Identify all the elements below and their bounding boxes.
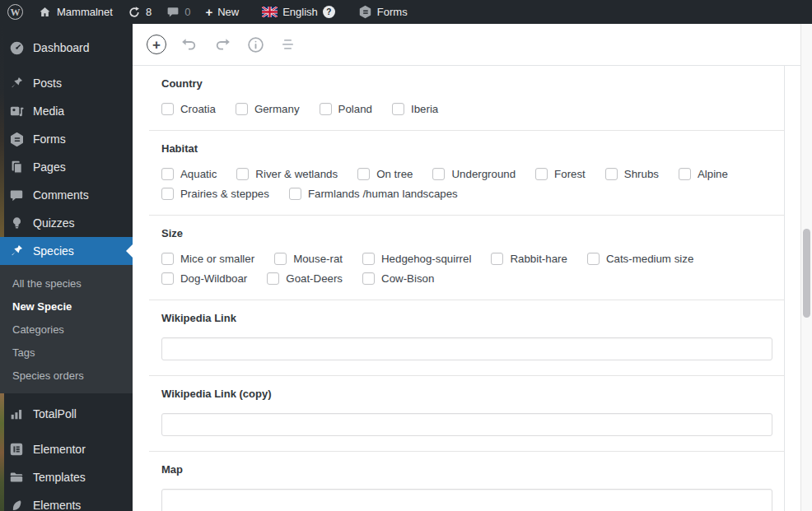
- forms-label: Forms: [377, 6, 408, 18]
- checkbox-group-habitat: AquaticRiver & wetlandsOn treeUndergroun…: [161, 168, 772, 200]
- checkbox-option[interactable]: Mice or smaller: [161, 253, 254, 265]
- checkbox-option[interactable]: Dog-Wildboar: [161, 272, 247, 285]
- sidebar-item-label: Elements: [33, 499, 81, 511]
- checkbox-option[interactable]: Poland: [320, 103, 372, 115]
- language-menu[interactable]: English ?: [254, 0, 343, 24]
- forms-menu[interactable]: Forms: [351, 0, 415, 24]
- checkbox[interactable]: [289, 188, 301, 200]
- sidebar-item-templates[interactable]: Templates: [0, 463, 133, 491]
- sidebar-item-forms[interactable]: Forms: [0, 125, 133, 153]
- undo-button[interactable]: [178, 33, 201, 56]
- sidebar-item-dashboard[interactable]: Dashboard: [0, 34, 133, 62]
- checkbox-option[interactable]: Forest: [535, 168, 586, 180]
- plus-circle-icon: +: [147, 35, 166, 54]
- checkbox-option[interactable]: Goat-Deers: [267, 272, 343, 285]
- checkbox-label: Croatia: [180, 103, 216, 115]
- comments-menu[interactable]: 0: [159, 0, 198, 24]
- checkbox-option[interactable]: Cow-Bison: [362, 272, 434, 285]
- checkbox-label: Rabbit-hare: [510, 253, 567, 265]
- checkbox-label: Poland: [338, 103, 372, 115]
- checkbox-option[interactable]: Alpine: [679, 168, 728, 180]
- checkbox[interactable]: [267, 272, 279, 285]
- sidebar-item-label: Posts: [33, 77, 62, 90]
- checkbox[interactable]: [161, 103, 174, 115]
- checkbox-option[interactable]: Germany: [236, 103, 300, 115]
- checkbox[interactable]: [679, 168, 691, 180]
- checkbox-option[interactable]: Cats-medium size: [587, 253, 693, 265]
- wikipedia-link-copy-input[interactable]: [161, 413, 772, 436]
- updates-icon: [128, 6, 141, 19]
- checkbox-option[interactable]: Shrubs: [605, 168, 659, 180]
- dashboard-icon: [8, 39, 25, 56]
- sidebar-item-pages[interactable]: Pages: [0, 153, 133, 181]
- field-section-habitat: Habitat AquaticRiver & wetlandsOn treeUn…: [149, 131, 784, 215]
- checkbox[interactable]: [161, 188, 174, 200]
- checkbox-option[interactable]: Croatia: [161, 103, 216, 115]
- checkbox[interactable]: [236, 168, 249, 180]
- sidebar-item-label: Elementor: [33, 443, 86, 456]
- checkbox-option[interactable]: Farmlands /human landscapes: [289, 188, 458, 200]
- sidebar-item-quizzes[interactable]: Quizzes: [0, 209, 133, 237]
- species-form: Country CroatiaGermanyPolandIberia Habit…: [149, 66, 785, 511]
- sidebar-item-posts[interactable]: Posts: [0, 69, 133, 97]
- checkbox-option[interactable]: Aquatic: [161, 168, 217, 180]
- checkbox[interactable]: [320, 103, 332, 115]
- checkbox[interactable]: [432, 168, 445, 180]
- submenu-item-categories[interactable]: Categories: [0, 318, 133, 341]
- updates-menu[interactable]: 8: [120, 0, 159, 24]
- sidebar-item-comments[interactable]: Comments: [0, 181, 133, 209]
- checkbox-option[interactable]: Rabbit-hare: [491, 253, 567, 265]
- list-view-button[interactable]: [277, 33, 300, 56]
- redo-button[interactable]: [211, 33, 234, 56]
- field-section-country: Country CroatiaGermanyPolandIberia: [149, 66, 784, 130]
- sidebar-item-elementor[interactable]: Elementor: [0, 435, 133, 463]
- checkbox-option[interactable]: Mouse-rat: [274, 253, 343, 265]
- checkbox[interactable]: [605, 168, 618, 180]
- block-inserter-button[interactable]: +: [145, 33, 168, 56]
- species-submenu: All the species New Specie Categories Ta…: [0, 265, 133, 393]
- sidebar-item-elements[interactable]: Elements: [0, 491, 133, 511]
- wikipedia-link-input[interactable]: [161, 337, 772, 360]
- sidebar-item-species[interactable]: Species: [0, 237, 133, 265]
- submenu-item-tags[interactable]: Tags: [0, 341, 133, 364]
- checkbox-option[interactable]: Underground: [432, 168, 516, 180]
- checkbox[interactable]: [362, 253, 375, 265]
- checkbox[interactable]: [274, 253, 287, 265]
- checkbox[interactable]: [161, 272, 174, 285]
- help-badge-icon: ?: [323, 6, 335, 18]
- checkbox[interactable]: [161, 168, 174, 180]
- checkbox[interactable]: [392, 103, 404, 115]
- comments-icon: [8, 187, 25, 203]
- map-input[interactable]: [161, 489, 772, 511]
- checkbox[interactable]: [236, 103, 248, 115]
- sidebar-item-media[interactable]: Media: [0, 97, 133, 125]
- submenu-item-species-orders[interactable]: Species orders: [0, 364, 133, 387]
- site-name-menu[interactable]: Mammalnet: [30, 0, 120, 24]
- forms-icon: [8, 131, 25, 147]
- info-icon: [247, 36, 264, 53]
- sidebar-item-totalpoll[interactable]: TotalPoll: [0, 400, 133, 428]
- checkbox[interactable]: [357, 168, 370, 180]
- checkbox-label: Cow-Bison: [381, 272, 434, 285]
- checkbox[interactable]: [161, 253, 174, 265]
- checkbox-option[interactable]: Iberia: [392, 103, 438, 115]
- checkbox-option[interactable]: On tree: [357, 168, 413, 180]
- submenu-item-all-the-species[interactable]: All the species: [0, 272, 133, 295]
- checkbox[interactable]: [535, 168, 548, 180]
- field-label-wikipedia-link: Wikipedia Link: [161, 312, 772, 324]
- field-section-size: Size Mice or smallerMouse-ratHedgehog-sq…: [149, 216, 784, 300]
- submenu-item-new-specie[interactable]: New Specie: [0, 295, 133, 318]
- info-button[interactable]: [244, 33, 267, 56]
- wordpress-logo-menu[interactable]: W: [0, 0, 30, 24]
- checkbox[interactable]: [362, 272, 375, 285]
- new-content-menu[interactable]: + New: [198, 0, 246, 24]
- checkbox-label: Goat-Deers: [286, 272, 343, 285]
- scrollbar-thumb[interactable]: [803, 229, 810, 318]
- checkbox[interactable]: [587, 253, 600, 265]
- checkbox[interactable]: [491, 253, 503, 265]
- checkbox-option[interactable]: Prairies & steppes: [161, 188, 269, 200]
- checkbox-option[interactable]: Hedgehog-squirrel: [362, 253, 471, 265]
- page-scrollbar[interactable]: [800, 24, 812, 511]
- checkbox-option[interactable]: River & wetlands: [236, 168, 338, 180]
- media-icon: [8, 103, 25, 119]
